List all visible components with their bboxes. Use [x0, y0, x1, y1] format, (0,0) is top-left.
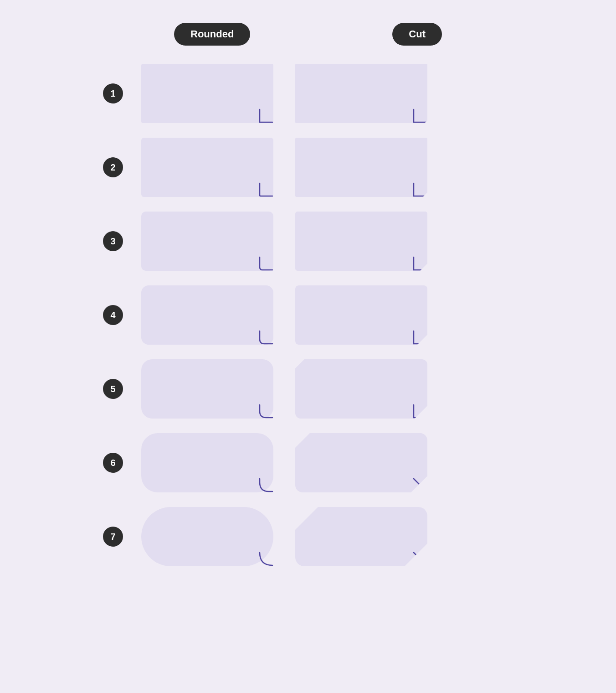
rounded-card-2 — [141, 138, 273, 197]
grid-row-2: 2 — [103, 138, 513, 197]
row-number-4: 4 — [103, 305, 123, 325]
grid-row-4: 4 — [103, 285, 513, 345]
columns-1 — [141, 64, 513, 123]
corner-mark-cut-3 — [413, 256, 427, 271]
corner-mark-rounded-2 — [259, 182, 273, 197]
cut-card-7 — [295, 507, 427, 566]
rounded-card-1 — [141, 64, 273, 123]
rounded-card-7 — [141, 507, 273, 566]
corner-mark-cut-6 — [413, 478, 427, 492]
cut-badge: Cut — [392, 23, 442, 46]
cut-card-2 — [295, 138, 427, 197]
columns-3 — [141, 212, 513, 271]
grid-row-1: 1 — [103, 64, 513, 123]
corner-mark-cut-4 — [413, 330, 427, 345]
corner-mark-rounded-5 — [259, 404, 273, 419]
columns-5 — [141, 359, 513, 419]
cut-card-3 — [295, 212, 427, 271]
grid-row-7: 7 — [103, 507, 513, 566]
rounded-card-3 — [141, 212, 273, 271]
shape-grid: 1 — [103, 64, 513, 566]
corner-mark-rounded-6 — [259, 478, 273, 492]
rounded-badge: Rounded — [174, 23, 250, 46]
columns-6 — [141, 433, 513, 492]
columns-7 — [141, 507, 513, 566]
corner-mark-rounded-4 — [259, 330, 273, 345]
cut-card-6 — [295, 433, 427, 492]
header-row: Rounded Cut — [103, 23, 513, 46]
cut-card-1 — [295, 64, 427, 123]
grid-row-3: 3 — [103, 212, 513, 271]
rounded-card-6 — [141, 433, 273, 492]
grid-row-5: 5 — [103, 359, 513, 419]
rounded-card-5 — [141, 359, 273, 419]
corner-mark-rounded-3 — [259, 256, 273, 271]
corner-mark-cut-1 — [413, 109, 427, 123]
columns-4 — [141, 285, 513, 345]
row-number-3: 3 — [103, 231, 123, 251]
row-number-1: 1 — [103, 83, 123, 103]
rounded-card-4 — [141, 285, 273, 345]
cut-card-4 — [295, 285, 427, 345]
page-wrapper: Rounded Cut 1 — [0, 0, 616, 603]
corner-mark-cut-2 — [413, 182, 427, 197]
grid-row-6: 6 — [103, 433, 513, 492]
columns-2 — [141, 138, 513, 197]
row-number-6: 6 — [103, 453, 123, 473]
cut-card-5 — [295, 359, 427, 419]
corner-mark-rounded-1 — [259, 109, 273, 123]
corner-mark-rounded-7 — [259, 552, 273, 566]
row-number-7: 7 — [103, 527, 123, 547]
row-number-2: 2 — [103, 157, 123, 177]
corner-mark-cut-5 — [413, 404, 427, 419]
corner-mark-cut-7 — [413, 552, 427, 566]
row-number-5: 5 — [103, 379, 123, 399]
